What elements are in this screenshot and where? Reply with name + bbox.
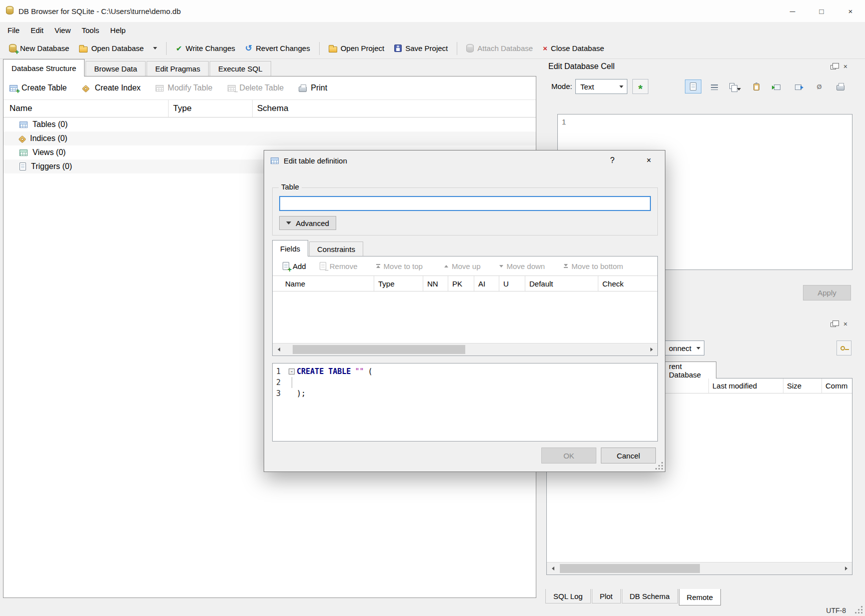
- table-name-input[interactable]: [279, 196, 651, 211]
- sql-line: 1 - CREATE TABLE""(: [273, 366, 657, 377]
- scroll-right-icon[interactable]: [645, 344, 657, 356]
- revert-changes-button[interactable]: ↺ Revert Changes: [240, 41, 315, 56]
- tab-db-schema[interactable]: DB Schema: [622, 589, 678, 604]
- tab-plot[interactable]: Plot: [592, 589, 621, 604]
- tree-item-indices[interactable]: Indices (0): [4, 132, 536, 146]
- open-database-button[interactable]: Open Database: [74, 41, 162, 56]
- column-header-check[interactable]: Check: [598, 276, 657, 291]
- close-database-button[interactable]: × Close Database: [538, 41, 609, 56]
- scroll-left-icon[interactable]: [547, 562, 559, 574]
- tree-item-tables[interactable]: Tables (0): [4, 118, 536, 132]
- write-changes-button[interactable]: ✔ Write Changes: [171, 41, 240, 56]
- float-dock-icon[interactable]: [830, 65, 836, 70]
- sql-line: 3 );: [273, 388, 657, 399]
- minimize-button[interactable]: ─: [778, 0, 807, 22]
- export-button[interactable]: [790, 80, 806, 94]
- tab-browse-data[interactable]: Browse Data: [86, 61, 146, 76]
- tab-remote[interactable]: Remote: [679, 589, 721, 606]
- status-bar: UTF-8: [0, 606, 865, 616]
- word-wrap-button[interactable]: [706, 80, 722, 94]
- move-to-bottom-button: Move to bottom: [564, 262, 623, 270]
- create-index-button[interactable]: Create Index: [82, 84, 141, 92]
- column-header-ai[interactable]: AI: [474, 276, 499, 291]
- close-button[interactable]: ×: [836, 0, 865, 22]
- create-index-icon: [82, 84, 90, 92]
- column-header-u[interactable]: U: [499, 276, 525, 291]
- encoding-status[interactable]: UTF-8: [826, 606, 846, 614]
- tab-constraints[interactable]: Constraints: [309, 242, 363, 256]
- mode-label: Mode:: [551, 82, 572, 90]
- column-header-nn[interactable]: NN: [423, 276, 448, 291]
- close-dock-icon[interactable]: ×: [843, 320, 847, 328]
- dialog-help-button[interactable]: ?: [600, 150, 624, 170]
- print-cell-button[interactable]: [832, 80, 848, 94]
- auto-format-button[interactable]: *: [632, 79, 648, 94]
- open-project-button[interactable]: Open Project: [324, 41, 390, 56]
- scroll-left-icon[interactable]: [273, 344, 285, 356]
- dialog-resize-grip[interactable]: [661, 468, 663, 470]
- window-controls: ─ □ ×: [778, 0, 865, 22]
- print-button[interactable]: Print: [299, 84, 327, 92]
- edit-table-definition-dialog: Edit table definition ? × Table Advanced…: [264, 150, 665, 472]
- open-database-dropdown-icon[interactable]: [153, 47, 157, 50]
- column-header-last-modified[interactable]: Last modified: [708, 378, 783, 393]
- new-database-button[interactable]: New Database: [4, 41, 74, 56]
- cancel-button[interactable]: Cancel: [601, 448, 656, 464]
- column-header-name[interactable]: Name: [273, 276, 374, 291]
- maximize-button[interactable]: □: [807, 0, 836, 22]
- scrollbar-thumb[interactable]: [560, 564, 700, 573]
- fold-collapse-icon[interactable]: -: [289, 368, 295, 374]
- menu-file[interactable]: File: [2, 24, 25, 37]
- revert-changes-icon: ↺: [245, 45, 252, 52]
- sql-preview[interactable]: 1 - CREATE TABLE""( 2 3 );: [272, 363, 658, 442]
- mode-select[interactable]: Text: [575, 79, 627, 94]
- write-changes-icon: ✔: [176, 44, 182, 53]
- menu-edit[interactable]: Edit: [25, 24, 49, 37]
- close-dock-icon[interactable]: ×: [843, 62, 847, 70]
- paste-button[interactable]: [748, 80, 764, 94]
- column-header-size[interactable]: Size: [783, 378, 821, 393]
- column-header-schema[interactable]: Schema: [253, 100, 536, 117]
- copy-button[interactable]: [727, 80, 743, 94]
- remote-horizontal-scrollbar[interactable]: [547, 562, 852, 574]
- identity-settings-button[interactable]: [836, 340, 851, 356]
- column-header-type[interactable]: Type: [169, 100, 253, 117]
- create-table-button[interactable]: Create Table: [10, 84, 67, 92]
- import-button[interactable]: [769, 80, 785, 94]
- column-header-name[interactable]: Name: [4, 100, 169, 117]
- save-project-button[interactable]: Save Project: [389, 41, 453, 56]
- menu-tools[interactable]: Tools: [76, 24, 105, 37]
- tab-execute-sql[interactable]: Execute SQL: [210, 61, 271, 76]
- tab-database-structure[interactable]: Database Structure: [3, 59, 85, 76]
- tab-fields[interactable]: Fields: [272, 240, 308, 256]
- scroll-right-icon[interactable]: [840, 562, 852, 574]
- column-header-pk[interactable]: PK: [448, 276, 474, 291]
- clipboard-icon: [753, 84, 759, 90]
- menu-view[interactable]: View: [49, 24, 76, 37]
- tab-sql-log[interactable]: SQL Log: [545, 589, 591, 604]
- column-header-commit[interactable]: Comm: [821, 378, 852, 393]
- dialog-tab-bar: Fields Constraints: [272, 240, 364, 256]
- text-mode-button[interactable]: [685, 80, 701, 94]
- attach-database-icon: [466, 44, 474, 52]
- ok-button: OK: [541, 448, 596, 464]
- dialog-close-button[interactable]: ×: [636, 150, 661, 170]
- chevron-down-icon: [616, 80, 627, 94]
- column-header-default[interactable]: Default: [525, 276, 598, 291]
- float-dock-icon[interactable]: [830, 322, 836, 327]
- resize-grip[interactable]: [861, 612, 862, 614]
- dialog-title: Edit table definition: [284, 156, 347, 165]
- main-toolbar: New Database Open Database ✔ Write Chang…: [0, 38, 865, 59]
- table-group-label: Table: [279, 182, 302, 191]
- set-null-button[interactable]: Ø: [811, 80, 827, 94]
- advanced-button[interactable]: Advanced: [279, 216, 336, 230]
- scrollbar-thumb[interactable]: [293, 345, 465, 354]
- menu-help[interactable]: Help: [105, 24, 131, 37]
- move-down-icon: [499, 265, 503, 268]
- fields-horizontal-scrollbar[interactable]: [273, 343, 657, 356]
- add-button[interactable]: Add: [283, 262, 306, 270]
- column-header-type[interactable]: Type: [374, 276, 423, 291]
- tab-edit-pragmas[interactable]: Edit Pragmas: [147, 61, 209, 76]
- move-to-top-icon: [376, 264, 380, 268]
- table-group-box: Table Advanced: [272, 188, 658, 236]
